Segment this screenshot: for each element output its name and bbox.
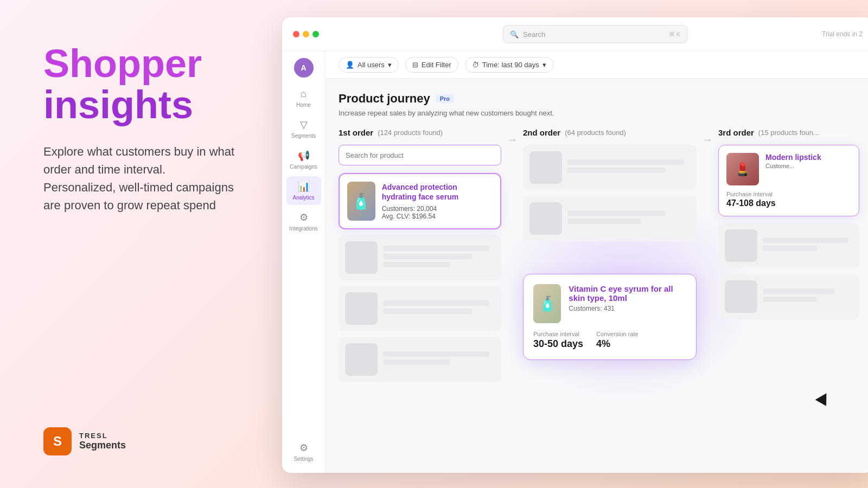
vitamin-stats: Purchase interval 30-50 days Conversion … [533, 331, 686, 350]
purchase-interval-stat: Purchase interval 30-50 days [533, 331, 583, 350]
product-image-serum: 🧴 [347, 182, 375, 221]
minimize-button[interactable] [303, 31, 309, 37]
col3-placeholder-img-1 [725, 229, 757, 262]
search-product-input[interactable] [339, 145, 501, 165]
chevron-down-icon: ▾ [388, 61, 392, 69]
product-card-lipstick[interactable]: 💄 Modern lipstick Custome... Purchase in… [718, 145, 859, 216]
hero-title: Shopper insights [43, 43, 239, 125]
lipstick-info: Modern lipstick Custome... [765, 153, 821, 185]
avatar: A [294, 58, 314, 78]
product-card-serum[interactable]: 🧴 Advanced protection hydrating face ser… [339, 173, 501, 229]
col2-placeholder-img-2 [529, 202, 562, 235]
col2: 2nd order (64 products found) [523, 128, 697, 360]
trial-text: Trial ends in 2 [822, 30, 863, 38]
window-buttons [293, 31, 319, 37]
journey-area: Product journey Pro Increase repeat sale… [326, 79, 868, 472]
close-button[interactable] [293, 31, 299, 37]
edit-filter-button[interactable]: ⊟ Edit Filter [405, 57, 458, 73]
col3: 3rd order (15 products foun... 💄 Modern … [718, 128, 859, 325]
sidebar: A ⌂ Home ▽ Segments 📢 Campaigns 📊 Analyt… [282, 52, 326, 473]
brand-text: TRESL Segments [79, 432, 126, 451]
content-area: 👤 All users ▾ ⊟ Edit Filter ⏱ Time: last… [326, 52, 868, 473]
col2-placeholder-2 [523, 196, 697, 241]
arrow-2-3: → [697, 128, 718, 146]
col2-placeholder-lines-1 [567, 159, 690, 176]
campaigns-icon: 📢 [298, 150, 310, 162]
all-users-filter[interactable]: 👤 All users ▾ [339, 57, 399, 73]
placeholder-lines-3 [383, 351, 495, 368]
main-layout: A ⌂ Home ▽ Segments 📢 Campaigns 📊 Analyt… [282, 52, 868, 473]
product-info-serum: Advanced protection hydrating face serum… [382, 182, 493, 220]
col1-header: 1st order (124 products found) [339, 128, 501, 137]
journey-columns: 1st order (124 products found) 🧴 Advance… [339, 128, 860, 388]
segments-icon: ▽ [300, 119, 308, 131]
placeholder-lines-2 [383, 300, 495, 317]
left-panel: Shopper insights Explore what customers … [0, 0, 271, 488]
brand-icon: S [43, 427, 72, 455]
col3-placeholder-1 [718, 223, 859, 268]
vitamin-info: Vitamin C eye syrum for all skin type, 1… [569, 284, 686, 323]
analytics-icon: 📊 [298, 181, 310, 192]
journey-header: Product journey Pro Increase repeat sale… [339, 92, 860, 117]
sidebar-item-settings[interactable]: ⚙ Settings [286, 438, 321, 466]
brand-logo: S TRESL Segments [43, 427, 239, 455]
placeholder-image-1 [345, 241, 378, 274]
journey-title-row: Product journey Pro [339, 92, 860, 106]
sidebar-item-home[interactable]: ⌂ Home [286, 84, 321, 112]
left-content: Shopper insights Explore what customers … [43, 43, 239, 214]
sidebar-item-campaigns[interactable]: 📢 Campaigns [286, 145, 321, 174]
col3-placeholder-img-2 [725, 280, 757, 313]
window-chrome: 🔍 Search ⌘ K Trial ends in 2 [282, 17, 868, 52]
sidebar-item-analytics[interactable]: 📊 Analytics [286, 176, 321, 205]
hero-description: Explore what customers buy in what order… [43, 143, 239, 214]
maximize-button[interactable] [312, 31, 319, 37]
mouse-cursor [815, 393, 832, 409]
global-search-bar[interactable]: 🔍 Search ⌘ K [503, 25, 687, 43]
col3-placeholder-2 [718, 274, 859, 319]
toolbar: 👤 All users ▾ ⊟ Edit Filter ⏱ Time: last… [326, 52, 868, 79]
settings-icon: ⚙ [299, 442, 308, 454]
placeholder-image-3 [345, 343, 378, 376]
col2-placeholder-img-1 [529, 151, 562, 184]
lipstick-interval: Purchase interval 47-108 days [726, 191, 851, 208]
sidebar-item-segments[interactable]: ▽ Segments [286, 114, 321, 143]
placeholder-lines-1 [383, 246, 495, 270]
filter-icon: ⊟ [412, 61, 418, 69]
pro-badge: Pro [436, 94, 454, 103]
integrations-icon: ⚙ [299, 211, 308, 223]
clock-icon: ⏱ [472, 61, 479, 69]
placeholder-card-2 [339, 286, 501, 331]
col2-placeholder-1 [523, 145, 697, 190]
placeholder-card-1 [339, 235, 501, 280]
placeholder-card-3 [339, 337, 501, 382]
placeholder-image-2 [345, 292, 378, 325]
product-card-vitamin-c[interactable]: 🧴 Vitamin C eye syrum for all skin type,… [523, 274, 697, 360]
journey-description: Increase repeat sales by analyzing what … [339, 109, 860, 117]
col3-placeholder-lines-1 [763, 237, 853, 254]
lipstick-header: 💄 Modern lipstick Custome... [726, 153, 851, 185]
app-window: 🔍 Search ⌘ K Trial ends in 2 A ⌂ Home ▽ … [282, 17, 868, 473]
product-image-lipstick: 💄 [726, 153, 759, 185]
journey-title: Product journey [339, 92, 430, 106]
search-icon: 🔍 [510, 30, 519, 38]
vitamin-header: 🧴 Vitamin C eye syrum for all skin type,… [533, 284, 686, 323]
product-image-vitamin: 🧴 [533, 284, 561, 323]
col3-placeholder-lines-2 [763, 288, 853, 305]
sidebar-item-integrations[interactable]: ⚙ Integrations [286, 207, 321, 236]
home-icon: ⌂ [301, 88, 307, 100]
chevron-down-icon-time: ▾ [542, 61, 546, 69]
arrow-1-2: → [501, 128, 523, 146]
col2-header: 2nd order (64 products found) [523, 128, 697, 137]
user-icon: 👤 [346, 61, 354, 69]
time-filter-button[interactable]: ⏱ Time: last 90 days ▾ [465, 57, 553, 73]
col3-header: 3rd order (15 products foun... [718, 128, 859, 137]
col1: 1st order (124 products found) 🧴 Advance… [339, 128, 501, 388]
conversion-rate-stat: Conversion rate 4% [596, 331, 639, 350]
col2-placeholder-lines-2 [567, 210, 690, 227]
